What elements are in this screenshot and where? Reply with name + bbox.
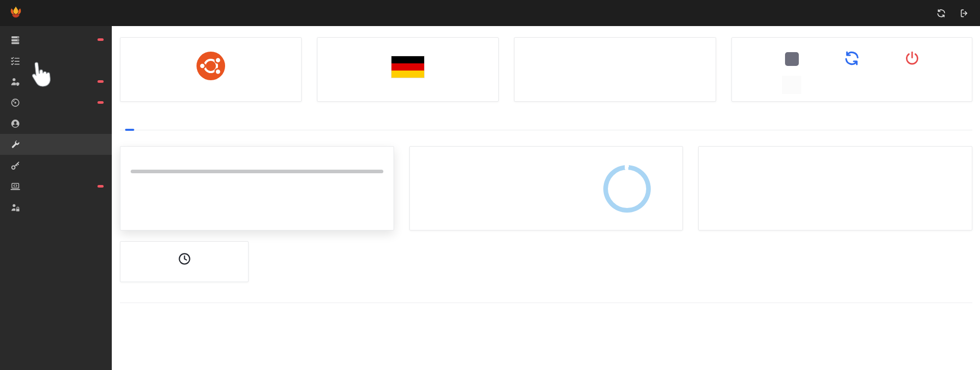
cpu-card [698, 146, 972, 230]
vps-tabs [120, 123, 972, 130]
app-root [0, 0, 980, 370]
user-lock-icon [10, 202, 20, 213]
badge-count [97, 80, 104, 83]
disk-progress-bar [131, 170, 383, 173]
key-icon [10, 160, 20, 171]
sidebar-item-settings[interactable] [0, 134, 112, 155]
status-card [514, 37, 716, 102]
tasks-icon [10, 56, 20, 66]
ubuntu-logo-icon [196, 51, 226, 83]
badge-count [97, 38, 104, 41]
self-shutdown-button[interactable] [120, 241, 249, 282]
tab-settings[interactable] [167, 123, 176, 130]
sidebar-item-api-credentials[interactable] [0, 176, 112, 197]
logout-icon[interactable] [960, 8, 970, 18]
sidebar-item-ssh-keys[interactable] [0, 71, 112, 92]
main-content [112, 26, 980, 370]
clock-icon [178, 252, 191, 268]
topbar [0, 0, 980, 26]
stop-square-icon[interactable] [785, 52, 799, 66]
footer [120, 303, 972, 312]
badge-count [97, 185, 104, 188]
power-controls-card [731, 37, 972, 102]
tab-graphs[interactable] [146, 123, 155, 130]
disk-usage-card [120, 146, 394, 230]
os-card[interactable] [120, 37, 302, 102]
sidebar-item-security-settings[interactable] [0, 197, 112, 218]
stats-row [120, 146, 972, 230]
tab-install[interactable] [188, 123, 197, 130]
cpu-area-chart [775, 148, 943, 207]
bloom-flower-icon [8, 5, 23, 22]
sidebar-item-iso[interactable] [0, 92, 112, 113]
bandwidth-card [409, 146, 683, 230]
power-icon[interactable] [904, 51, 920, 68]
badge-count [97, 101, 104, 104]
sidebar-item-account-password[interactable] [0, 155, 112, 176]
sidebar-item-tasks[interactable] [0, 50, 112, 71]
refresh-icon[interactable] [936, 8, 946, 18]
wrench-icon [10, 140, 20, 150]
tab-tasks-and-logs[interactable] [209, 123, 218, 130]
topbar-right [936, 8, 970, 18]
sidebar-item-list-vps[interactable] [0, 29, 112, 50]
germany-flag-icon [391, 56, 425, 78]
tab-overview[interactable] [125, 123, 134, 130]
laptop-code-icon [10, 181, 20, 192]
vnc-logo-icon[interactable] [782, 76, 801, 94]
server-icon [10, 35, 20, 45]
sidebar-item-my-profile[interactable] [0, 113, 112, 134]
location-card[interactable] [317, 37, 499, 102]
info-cards-row [120, 37, 972, 102]
user-shield-icon [10, 77, 20, 87]
disc-icon [10, 98, 20, 108]
brand-logo[interactable] [8, 5, 28, 22]
user-circle-icon [10, 119, 20, 129]
bandwidth-donut-chart [603, 165, 651, 213]
tab-rescue-mode[interactable] [230, 123, 239, 130]
sidebar [0, 26, 112, 370]
restart-icon[interactable] [843, 50, 861, 69]
